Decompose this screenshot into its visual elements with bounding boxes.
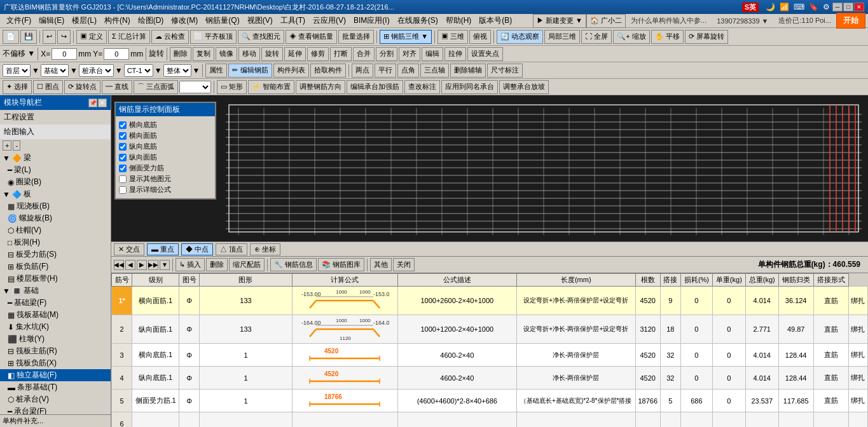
sidebar-item-strip-found[interactable]: ▬ 条形基础(T)	[0, 381, 111, 393]
set-grip-btn[interactable]: 设置夹点	[467, 47, 503, 61]
edit-cap-rebar-btn[interactable]: 编辑承台加强筋	[347, 80, 403, 94]
two-point-btn[interactable]: 两点	[352, 64, 373, 78]
nav-last-btn[interactable]: ▶▶	[148, 260, 158, 270]
horizontal-top-check[interactable]: 横向面筋	[119, 130, 212, 141]
show-figure-check[interactable]: 显示其他图元	[119, 173, 212, 184]
menu-help[interactable]: 帮助(H)	[442, 14, 476, 27]
dynamic-observe-btn[interactable]: 🔄 动态观察	[497, 30, 543, 44]
split-btn[interactable]: 分割	[376, 47, 397, 61]
start-btn[interactable]: 开始	[836, 13, 865, 29]
project-settings-item[interactable]: 工程设置	[0, 110, 111, 125]
zoom-in-btn[interactable]: 🔍+ 缩放	[613, 30, 649, 44]
sidebar-item-cap-beam[interactable]: ━ 承台梁(F)	[0, 405, 111, 414]
stretch-btn[interactable]: 拉伸	[444, 47, 466, 61]
midpoint-snap-btn[interactable]: ▬ 重点	[147, 243, 179, 255]
menu-rebar-qty[interactable]: 钢筋量(Q)	[202, 14, 243, 27]
menu-cloud[interactable]: 云应用(V)	[309, 14, 350, 27]
sidebar-item-slab-rebar[interactable]: ⊟ 板受力筋(S)	[0, 248, 111, 261]
midpt-snap-btn[interactable]: ◆ 中点	[181, 243, 213, 255]
rebar-lib-btn[interactable]: 📚 钢筋图库	[318, 258, 364, 271]
check-mark-btn[interactable]: 查改标注	[404, 80, 440, 94]
menu-edit[interactable]: 编辑(E)	[35, 14, 68, 27]
vertical-top-check[interactable]: 纵向面筋	[119, 152, 212, 163]
sidebar-close-btn[interactable]: ✕	[98, 98, 107, 107]
sidebar-item-slab-group[interactable]: ▼ 🔷 板	[0, 188, 111, 200]
cross-snap-btn[interactable]: ✕ 交点	[114, 243, 144, 255]
mirror-btn[interactable]: 镜像	[216, 47, 237, 61]
guangxiaer-btn[interactable]: 🏠 广小二	[586, 14, 626, 28]
data-table-container[interactable]: 筋号 级别 图号 图形 计算公式 公式描述 长度(mm) 根数 搭接 损耗(%)…	[111, 273, 868, 427]
delete-btn[interactable]: 刪除	[170, 47, 191, 61]
coord-snap-btn[interactable]: ⊕ 坐标	[250, 243, 280, 255]
del-aux-axis-btn[interactable]: 删除辅轴	[450, 64, 486, 78]
screen-rotate-btn[interactable]: ⟳ 屏幕旋转	[685, 30, 728, 44]
smart-layout-btn[interactable]: ⚡ 智能布置	[248, 80, 294, 94]
sidebar-item-circle-beam[interactable]: ◉ 圈梁(B)	[0, 176, 111, 188]
ct-select[interactable]: CT-1	[124, 64, 153, 77]
sidebar-pin-btn[interactable]: 📌	[88, 98, 97, 107]
flatten-btn[interactable]: ⬜ 平齐板顶	[190, 30, 237, 44]
property-btn[interactable]: 属性	[205, 64, 227, 78]
top-snap-btn[interactable]: △ 顶点	[216, 243, 247, 255]
edit-rebar-btn[interactable]: ✏ 编辑钢筋	[228, 64, 272, 78]
sidebar-item-beam-group[interactable]: ▼ 🔶 梁	[0, 152, 111, 164]
pan-btn[interactable]: ✋ 平移	[651, 30, 684, 44]
rebar-info-btn[interactable]: 🔧 钢筋信息	[270, 258, 317, 271]
nav-down-btn[interactable]: ▼	[160, 260, 170, 270]
sidebar-item-column-pier[interactable]: ⬛ 柱墩(Y)	[0, 333, 111, 345]
sum-btn[interactable]: Σ 汇总计算	[108, 30, 150, 44]
table-scale-btn[interactable]: 缩尺配筋	[229, 258, 265, 271]
table-delete-btn[interactable]: 删除	[206, 258, 228, 271]
close-btn[interactable]: ✕	[854, 3, 864, 11]
rotate-btn[interactable]: 旋转	[261, 47, 283, 61]
align-btn[interactable]: 对齐	[399, 47, 420, 61]
sidebar-item-slab-neg[interactable]: ⊞ 板负筋(F)	[0, 261, 111, 273]
three-d-btn[interactable]: ▣ 三维	[437, 30, 468, 44]
trim-btn[interactable]: 修剪	[307, 47, 329, 61]
sidebar-item-pile-cap[interactable]: ⬡ 桩承台(V)	[0, 393, 111, 405]
new-change-btn[interactable]: ▶ 新建变更 ▼	[533, 14, 586, 28]
save-btn[interactable]: 💾	[20, 30, 37, 44]
pick-component-btn[interactable]: 拾取构件	[310, 64, 346, 78]
sidebar-item-beam[interactable]: ━ 梁(L)	[0, 164, 111, 176]
apply-same-cap-btn[interactable]: 应用到同名承台	[441, 80, 498, 94]
check-rebar-btn[interactable]: ◈ 查看钢筋量	[286, 30, 337, 44]
straight-line-btn[interactable]: ━ 直线	[102, 80, 132, 94]
minimize-btn[interactable]: ─	[832, 3, 843, 11]
sidebar-item-slab-hole[interactable]: □ 板洞(H)	[0, 236, 111, 248]
rebar-3d-btn[interactable]: ⊞ 钢筋三维 ▼	[380, 30, 432, 44]
nav-prev-btn[interactable]: ◀	[125, 260, 135, 270]
local-3d-btn[interactable]: 局部三维	[544, 30, 580, 44]
move-btn[interactable]: 移动	[238, 47, 260, 61]
sidebar-item-foundation-group[interactable]: ▼ 🔳 基础	[0, 285, 111, 297]
drawing-input-item[interactable]: 绘图输入	[0, 125, 111, 139]
close-rebar-btn[interactable]: 关闭	[393, 258, 415, 271]
sidebar-item-pit[interactable]: ⬇ 集水坑(K)	[0, 321, 111, 333]
three-point-arc-btn[interactable]: ⌒ 三点面弧	[134, 80, 178, 94]
adjust-dir-btn[interactable]: 调整钢筋方向	[296, 80, 345, 94]
dim-btn[interactable]: 尺寸标注	[487, 64, 523, 78]
menu-view[interactable]: 视图(V)	[244, 14, 277, 27]
menu-draw[interactable]: 绘图(D)	[134, 14, 168, 27]
select-btn[interactable]: ✦ 选择	[3, 80, 32, 94]
floor-select[interactable]: 首层	[3, 64, 31, 77]
horizontal-bottom-check[interactable]: 横向底筋	[119, 119, 212, 130]
maximize-btn[interactable]: □	[843, 3, 853, 11]
point-angle-btn[interactable]: 点角	[397, 64, 419, 78]
menu-component[interactable]: 构件(N)	[100, 14, 134, 27]
sidebar-minus-btn[interactable]: -	[13, 140, 20, 151]
menu-tools[interactable]: 工具(T)	[277, 14, 309, 27]
menu-online[interactable]: 在线服务(S)	[394, 14, 442, 27]
3d-view[interactable]: 钢筋显示控制面板 横向底筋 横向面筋 纵向底筋	[111, 95, 868, 241]
sidebar-item-column-cap[interactable]: ⬡ 柱帽(V)	[0, 224, 111, 236]
sidebar-item-raft-rebar[interactable]: ⊟ 筏板主筋(R)	[0, 345, 111, 357]
whole-select[interactable]: 整体	[163, 64, 191, 77]
rotate-point-btn[interactable]: ⟳ 旋转点	[64, 80, 100, 94]
menu-floor[interactable]: 楼层(L)	[68, 14, 100, 27]
sidebar-item-indep-found[interactable]: ◧ 独立基础(F)	[0, 369, 111, 381]
menu-modify[interactable]: 修改(M)	[167, 14, 202, 27]
three-point-axis-btn[interactable]: 三点轴	[420, 64, 449, 78]
show-formula-check[interactable]: 显示详细公式	[119, 184, 212, 195]
batch-select-btn[interactable]: 批量选择	[338, 30, 374, 44]
nav-first-btn[interactable]: ◀◀	[114, 260, 124, 270]
